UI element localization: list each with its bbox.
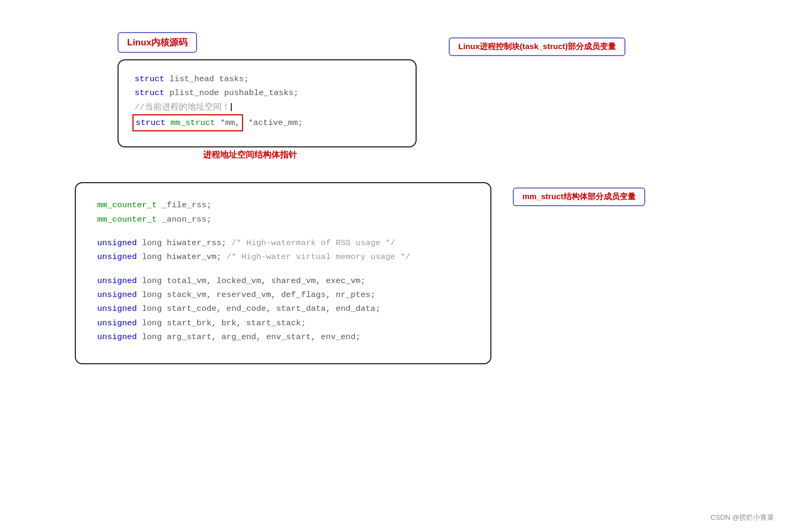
comment-hiwater-vm: /* High-water virtual memory usage */: [226, 252, 410, 262]
code-line-1: struct list_head tasks;: [135, 72, 400, 86]
keyword-unsigned-1: unsigned: [97, 238, 137, 248]
long-text-4: long stack_vm, reserved_vm, def_flags, n…: [142, 290, 376, 300]
long-text-5: long start_code, end_code, start_data, e…: [142, 304, 380, 314]
top-code-column: Linux内核源码 struct list_head tasks; struct…: [118, 32, 417, 161]
spacer-2: [97, 264, 469, 274]
top-row: Linux内核源码 struct list_head tasks; struct…: [118, 32, 625, 161]
bottom-line-7: unsigned long start_code, end_code, star…: [97, 302, 469, 316]
keyword-unsigned-7: unsigned: [97, 332, 137, 342]
comment-hiwater-rss: /* High-watermark of RSS usage */: [231, 238, 395, 248]
keyword-unsigned-2: unsigned: [97, 252, 137, 262]
bottom-right-label: mm_struct结构体部分成员变量: [513, 187, 645, 206]
type-mm-struct: mm_struct: [170, 118, 215, 128]
highlight-box: struct mm_struct *mm,: [132, 114, 243, 131]
anon-rss: _anon_rss;: [162, 215, 212, 224]
code-text-1: list_head tasks;: [169, 74, 249, 84]
long-text-1: long hiwater_rss;: [142, 238, 226, 248]
bottom-right-label-wrapper: mm_struct结构体部分成员变量: [513, 182, 645, 206]
spacer-1: [97, 226, 469, 236]
file-rss: _file_rss;: [162, 200, 212, 210]
code-box-top: struct list_head tasks; struct plist_nod…: [118, 59, 417, 147]
bottom-line-6: unsigned long stack_vm, reserved_vm, def…: [97, 288, 469, 302]
bottom-section: mm_counter_t _file_rss; mm_counter_t _an…: [75, 182, 747, 364]
bottom-line-5: unsigned long total_vm, locked_vm, share…: [97, 274, 469, 288]
bottom-line-4: unsigned long hiwater_vm; /* High-water …: [97, 250, 469, 264]
keyword-struct-4: struct: [136, 118, 166, 128]
keyword-unsigned-6: unsigned: [97, 318, 137, 328]
code-line-4: struct mm_struct *mm, *active_mm;: [135, 114, 400, 131]
code-text-2: plist_node pushable_tasks;: [169, 88, 299, 98]
watermark: CSDN @捞烂小青菜: [710, 513, 774, 522]
cursor: [231, 103, 232, 111]
code-line-3-comment: //当前进程的地址空间！: [135, 100, 400, 114]
long-text-6: long start_brk, brk, start_stack;: [142, 318, 306, 328]
bottom-line-8: unsigned long start_brk, brk, start_stac…: [97, 316, 469, 330]
page-container: Linux内核源码 struct list_head tasks; struct…: [0, 0, 790, 532]
keyword-unsigned-4: unsigned: [97, 290, 137, 300]
type-mm-counter-2: mm_counter_t: [97, 215, 157, 224]
keyword-unsigned-3: unsigned: [97, 276, 137, 286]
type-mm-counter-1: mm_counter_t: [97, 200, 157, 210]
bottom-line-1: mm_counter_t _file_rss;: [97, 198, 469, 212]
long-text-2: long hiwater_vm;: [142, 252, 226, 262]
linux-kernel-label: Linux内核源码: [118, 32, 197, 53]
comment-text: //当前进程的地址空间！: [135, 103, 232, 112]
top-section: Linux内核源码 struct list_head tasks; struct…: [118, 32, 747, 161]
code-ptr: *mm,: [220, 118, 240, 128]
code-box-bottom: mm_counter_t _file_rss; mm_counter_t _an…: [75, 182, 491, 364]
keyword-struct-2: struct: [135, 88, 165, 98]
pointer-label: 进程地址空间结构体指针: [203, 150, 417, 161]
long-text-3: long total_vm, locked_vm, shared_vm, exe…: [142, 276, 366, 286]
top-right-label: Linux进程控制块(task_struct)部分成员变量: [449, 37, 625, 56]
bottom-line-2: mm_counter_t _anon_rss;: [97, 213, 469, 226]
keyword-unsigned-5: unsigned: [97, 304, 137, 314]
bottom-line-9: unsigned long arg_start, arg_end, env_st…: [97, 330, 469, 344]
keyword-struct-1: struct: [135, 74, 165, 84]
code-line-2: struct plist_node pushable_tasks;: [135, 86, 400, 100]
long-text-7: long arg_start, arg_end, env_start, env_…: [142, 332, 361, 342]
code-active-mm: *active_mm;: [248, 118, 303, 128]
top-right-label-wrapper: Linux进程控制块(task_struct)部分成员变量: [449, 32, 625, 56]
bottom-line-3: unsigned long hiwater_rss; /* High-water…: [97, 236, 469, 250]
